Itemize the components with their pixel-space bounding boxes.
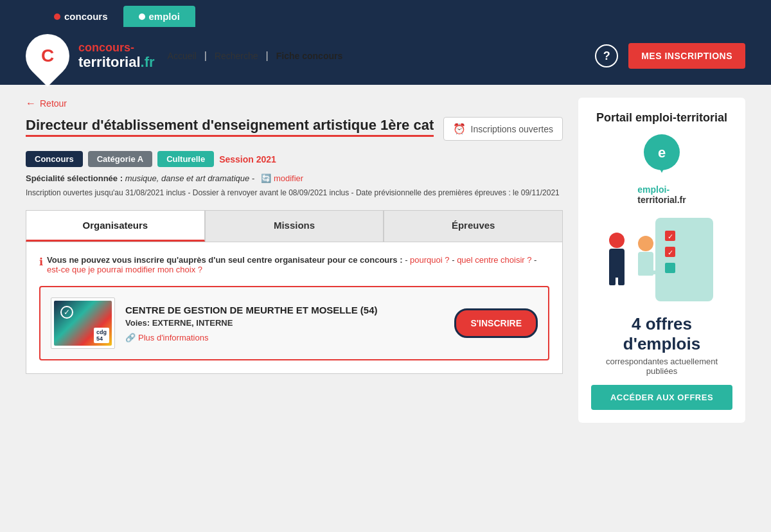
svg-point-9 — [609, 233, 625, 248]
sidebar-logo-area: e emploi- territorial.fr — [591, 134, 732, 205]
sidebar: Portail emploi-territorial e — [578, 98, 745, 496]
org-more-info-link[interactable]: 🔗 Plus d'informations — [125, 333, 444, 342]
svg-rect-3 — [655, 218, 713, 301]
offers-count: 4 offres d'emplois — [591, 314, 732, 354]
warning-sep3: - — [534, 255, 536, 265]
tab-organisateurs[interactable]: Organisateurs — [26, 210, 205, 242]
emploi-line2: territorial.fr — [637, 195, 686, 205]
sidebar-card: Portail emploi-territorial e — [578, 98, 745, 423]
nav-sep-2: | — [266, 50, 269, 62]
offers-desc: correspondantes actuellement publiées — [591, 357, 732, 376]
warning-link3[interactable]: est-ce que je pourrai modifier mon choix… — [47, 265, 202, 274]
org-checkmark-icon: ✓ — [60, 306, 73, 319]
badge-culturelle[interactable]: Culturelle — [157, 151, 214, 167]
nav-recherche[interactable]: Recherche — [215, 51, 258, 61]
svg-rect-12 — [618, 272, 625, 285]
header: C concours- territorial.fr Accueil | Rec… — [0, 27, 771, 85]
warning-row: ℹ Vous ne pouvez vous inscrire qu'auprès… — [39, 255, 549, 274]
s-inscrire-button[interactable]: S'INSCRIRE — [454, 308, 538, 338]
logo-pin: C — [26, 34, 69, 78]
organizer-card: cdg54 ✓ CENTRE DE GESTION DE MEURTHE ET … — [39, 286, 549, 360]
specialite-value: musique, danse et art dramatique — [125, 173, 250, 183]
refresh-icon: 🔄 — [261, 173, 271, 183]
illustration-svg: ✓ ✓ — [591, 211, 732, 308]
nav-accueil[interactable]: Accueil — [168, 51, 197, 61]
tab-emploi[interactable]: emploi — [123, 6, 195, 27]
tab-epreuves[interactable]: Épreuves — [384, 210, 563, 242]
warning-link1[interactable]: pourquoi ? — [410, 255, 449, 265]
org-logo-text: cdg54 — [94, 328, 109, 343]
link-icon: 🔗 — [125, 333, 136, 342]
sidebar-illustration: ✓ ✓ — [591, 211, 732, 308]
logo-line2: territorial.fr — [78, 55, 155, 70]
more-info-label: Plus d'informations — [138, 333, 208, 342]
org-logo: cdg54 ✓ — [51, 297, 115, 349]
emploi-pin-icon: e — [642, 134, 681, 179]
warning-icon: ℹ — [39, 256, 43, 268]
content-area: ← Retour Directeur d'établissement d'ens… — [26, 98, 563, 496]
org-voies: Voies: EXTERNE, INTERNE — [125, 318, 444, 328]
concours-tab-label: concours — [64, 11, 108, 22]
concours-dot-icon — [54, 13, 60, 20]
warning-sep2: - — [452, 255, 457, 265]
modifier-link[interactable]: 🔄 modifier — [261, 173, 303, 183]
svg-rect-8 — [665, 263, 675, 273]
sidebar-title: Portail emploi-territorial — [591, 111, 732, 125]
org-details: CENTRE DE GESTION DE MEURTHE ET MOSELLE … — [125, 305, 444, 342]
emploi-tab-label: emploi — [149, 11, 180, 22]
inscriptions-status: ⏰ Inscriptions ouvertes — [443, 117, 563, 141]
help-button[interactable]: ? — [595, 44, 618, 67]
badges-row: Concours Catégorie A Culturelle Session … — [26, 151, 563, 167]
clock-icon: ⏰ — [453, 123, 466, 135]
warning-link2[interactable]: quel centre choisir ? — [457, 255, 531, 265]
svg-text:e: e — [658, 145, 666, 161]
nav-sep-1: | — [204, 50, 207, 62]
emploi-dot-icon — [139, 13, 145, 20]
emploi-line1: emploi- — [637, 184, 686, 195]
warning-text: Vous ne pouvez vous inscrire qu'auprès d… — [47, 255, 403, 265]
emploi-logo: e emploi- territorial.fr — [637, 134, 686, 205]
svg-rect-11 — [609, 272, 616, 285]
acceder-aux-offres-button[interactable]: ACCÉDER AUX OFFRES — [591, 385, 732, 410]
logo-text: concours- territorial.fr — [78, 42, 155, 70]
org-name: CENTRE DE GESTION DE MEURTHE ET MOSELLE … — [125, 305, 444, 315]
tab-missions[interactable]: Missions — [205, 210, 384, 242]
main-nav: Accueil | Recherche | Fiche concours — [168, 50, 596, 62]
mes-inscriptions-button[interactable]: MES INSCRIPTIONS — [628, 43, 745, 69]
specialite-row: Spécialité sélectionnée : musique, danse… — [26, 173, 563, 183]
header-right: ? MES INSCRIPTIONS — [595, 43, 745, 69]
back-link[interactable]: ← Retour — [26, 98, 563, 109]
inscriptions-ouvertes-label: Inscriptions ouvertes — [471, 124, 553, 134]
modifier-label: modifier — [274, 173, 303, 183]
badge-categorie[interactable]: Catégorie A — [88, 151, 152, 167]
badge-concours[interactable]: Concours — [26, 151, 83, 167]
tab-concours[interactable]: concours — [39, 6, 123, 27]
back-arrow-icon: ← — [26, 98, 36, 109]
dates-info: Inscription ouvertes jusqu'au 31/08/2021… — [26, 187, 563, 199]
svg-point-13 — [638, 236, 653, 251]
back-label: Retour — [40, 98, 67, 109]
nav-fiche-concours[interactable]: Fiche concours — [276, 51, 342, 61]
voies-value: EXTERNE, INTERNE — [152, 318, 233, 328]
tabs-container: Organisateurs Missions Épreuves — [26, 210, 563, 242]
warning-sep: - — [405, 255, 410, 265]
modifier-dash: - — [252, 173, 257, 183]
svg-rect-16 — [650, 270, 663, 274]
specialite-prefix: Spécialité sélectionnée : — [26, 173, 125, 183]
logo-line1: concours- — [78, 42, 155, 55]
main-area: ← Retour Directeur d'établissement d'ens… — [0, 85, 771, 509]
session-label: Session 2021 — [219, 154, 276, 164]
voies-label: Voies: — [125, 318, 150, 328]
logo-area: C concours- territorial.fr — [26, 34, 155, 78]
logo-c-letter: C — [41, 46, 54, 66]
page-title: Directeur d'établissement d'enseignement… — [26, 117, 434, 137]
tab-content: ℹ Vous ne pouvez vous inscrire qu'auprès… — [26, 242, 563, 374]
svg-text:✓: ✓ — [668, 249, 673, 256]
svg-text:✓: ✓ — [668, 233, 673, 240]
